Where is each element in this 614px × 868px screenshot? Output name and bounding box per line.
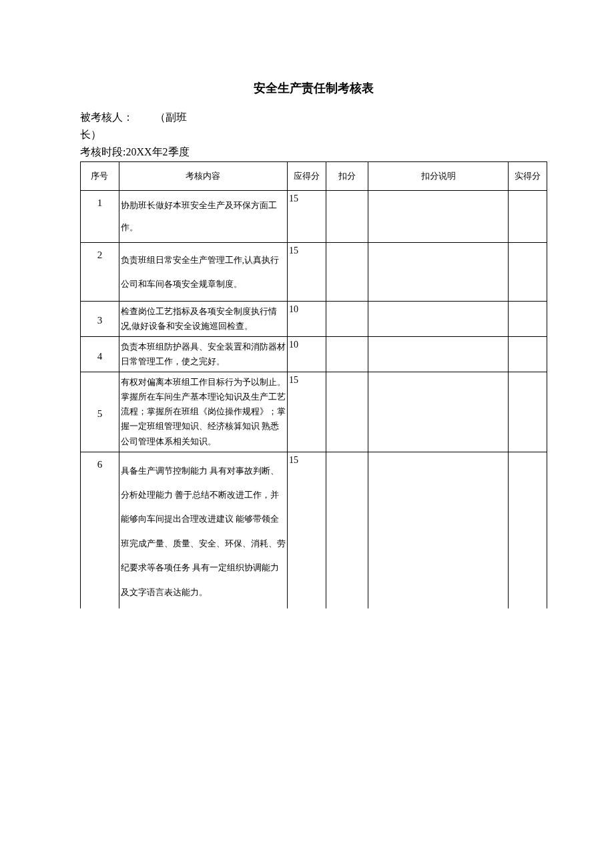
row-actual [509, 243, 547, 302]
row-num: 3 [81, 301, 119, 336]
table-row: 3 检查岗位工艺指标及各项安全制度执行情况,做好设备和安全设施巡回检查。 10 [81, 301, 547, 336]
row-reason [368, 191, 508, 243]
row-deduct [326, 191, 368, 243]
header-reason: 扣分说明 [368, 162, 508, 191]
row-score: 15 [288, 372, 326, 452]
header-actual: 实得分 [509, 162, 547, 191]
table-row: 1 协肋班长做好本班安全生产及环保方面工作。 15 [81, 191, 547, 243]
row-reason [368, 452, 508, 608]
row-num: 5 [81, 372, 119, 452]
row-content: 检查岗位工艺指标及各项安全制度执行情况,做好设备和安全设施巡回检查。 [119, 301, 287, 336]
row-actual [509, 191, 547, 243]
row-content: 具备生产调节控制能力 具有对事故判断、分析处理能力 善于总结不断改进工作，并能够… [119, 452, 287, 608]
row-score: 10 [288, 301, 326, 336]
row-score: 15 [288, 243, 326, 302]
row-content: 负责班组日常安全生产管理工作,认真执行公司和车间各项安全规章制度。 [119, 243, 287, 302]
row-actual [509, 452, 547, 608]
table-row: 4 负责本班组防护器具、安全装置和消防器材日常管理工作，使之完好。 10 [81, 336, 547, 372]
period-line: 考核时段:20XX年2季度 [80, 144, 547, 160]
row-score: 15 [288, 452, 326, 608]
row-reason [368, 372, 508, 452]
row-reason [368, 336, 508, 372]
table-header-row: 序号 考核内容 应得分 扣分 扣分说明 实得分 [81, 162, 547, 191]
row-content: 有权对偏离本班组工作目标行为予以制止。掌握所在车间生产基本理论知识及生产工艺流程… [119, 372, 287, 452]
row-score: 15 [288, 191, 326, 243]
row-actual [509, 301, 547, 336]
table-row: 6 具备生产调节控制能力 具有对事故判断、分析处理能力 善于总结不断改进工作，并… [81, 452, 547, 608]
row-deduct [326, 243, 368, 302]
row-num: 1 [81, 191, 119, 243]
table-row: 5 有权对偏离本班组工作目标行为予以制止。掌握所在车间生产基本理论知识及生产工艺… [81, 372, 547, 452]
header-content: 考核内容 [119, 162, 287, 191]
table-row: 2 负责班组日常安全生产管理工作,认真执行公司和车间各项安全规章制度。 15 [81, 243, 547, 302]
row-num: 2 [81, 243, 119, 302]
row-reason [368, 243, 508, 302]
row-reason [368, 301, 508, 336]
header-deduct: 扣分 [326, 162, 368, 191]
assessment-table: 序号 考核内容 应得分 扣分 扣分说明 实得分 1 协肋班长做好本班安全生产及环… [80, 161, 547, 608]
row-content: 负责本班组防护器具、安全装置和消防器材日常管理工作，使之完好。 [119, 336, 287, 372]
row-content: 协肋班长做好本班安全生产及环保方面工作。 [119, 191, 287, 243]
row-deduct [326, 452, 368, 608]
assessee-line2: 长） [80, 127, 547, 143]
row-deduct [326, 301, 368, 336]
row-num: 4 [81, 336, 119, 372]
page-title: 安全生产责任制考核表 [80, 80, 547, 96]
row-score: 10 [288, 336, 326, 372]
header-num: 序号 [81, 162, 119, 191]
row-num: 6 [81, 452, 119, 608]
row-deduct [326, 336, 368, 372]
header-score: 应得分 [288, 162, 326, 191]
row-deduct [326, 372, 368, 452]
assessee-line1: 被考核人： （副班 [80, 109, 547, 125]
row-actual [509, 372, 547, 452]
row-actual [509, 336, 547, 372]
